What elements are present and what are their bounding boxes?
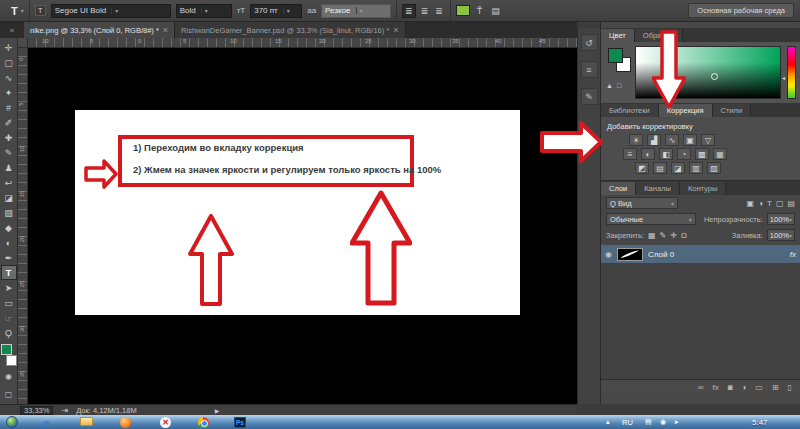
toolbar-collapse-icon[interactable]: » (0, 26, 24, 38)
tray-action-center-icon[interactable]: ▸ (675, 415, 679, 429)
lock-transparency-icon[interactable]: ▦ (648, 231, 656, 240)
blur-tool-icon[interactable]: ◆ (1, 220, 17, 235)
black-white-icon[interactable]: ◧ (659, 148, 673, 160)
brightness-contrast-icon[interactable]: ☀ (629, 134, 643, 146)
eraser-tool-icon[interactable]: ◪ (1, 190, 17, 205)
posterize-icon[interactable]: ▤ (653, 162, 667, 174)
magic-wand-tool-icon[interactable]: ✦ (1, 85, 17, 100)
invert-icon[interactable]: ◩ (635, 162, 649, 174)
rectangle-tool-icon[interactable]: ▭ (1, 295, 17, 310)
internet-explorer-icon[interactable]: e (40, 417, 52, 428)
document-tab-banner[interactable]: RishwanDeGamer_Banner.psd @ 33,3% (Sia_l… (175, 22, 405, 38)
history-brush-tool-icon[interactable]: ↩ (1, 175, 17, 190)
layer-row-selected[interactable]: ◉ Слой 0 fx (601, 245, 800, 263)
history-panel-icon[interactable]: ↺ (581, 34, 598, 51)
rectangular-marquee-tool-icon[interactable]: ▢ (1, 55, 17, 70)
color-picker-marker[interactable] (711, 73, 718, 80)
brush-tool-icon[interactable]: ✎ (1, 145, 17, 160)
pen-tool-icon[interactable]: ✒ (1, 250, 17, 265)
zoom-tool-icon[interactable]: Ϙ (1, 325, 17, 340)
add-swatch-icon[interactable]: □ (617, 82, 621, 89)
gradient-tool-icon[interactable]: ▧ (1, 205, 17, 220)
background-color-swatch[interactable] (6, 355, 17, 366)
filter-smart-object-icon[interactable]: ▤ (787, 199, 795, 208)
crop-tool-icon[interactable]: # (1, 100, 17, 115)
new-group-icon[interactable]: ▭ (755, 383, 763, 392)
curves-icon[interactable]: ∿ (665, 134, 679, 146)
tab-styles[interactable]: Стили (713, 104, 752, 117)
clock[interactable]: 5:47 (752, 415, 768, 429)
gradient-map-icon[interactable]: ▥ (689, 162, 703, 174)
orange-app-icon[interactable] (120, 417, 131, 428)
healing-brush-tool-icon[interactable]: ✚ (1, 130, 17, 145)
photoshop-taskbar-icon[interactable]: Ps (234, 417, 246, 428)
layer-name[interactable]: Слой 0 (648, 250, 785, 259)
new-adjustment-layer-icon[interactable]: ◑ (741, 383, 746, 392)
tool-preset-dropdown-icon[interactable]: ▾ (21, 7, 24, 14)
font-size-select[interactable]: 370 пт ▾ (250, 4, 302, 18)
anti-alias-select[interactable]: Резкое ▾ (321, 4, 391, 18)
filter-shape-icon[interactable]: ▢ (776, 199, 784, 208)
tray-volume-icon[interactable]: ◉ (660, 415, 666, 429)
workspace-switcher-button[interactable]: Основная рабочая среда (688, 3, 794, 18)
path-selection-tool-icon[interactable]: ➤ (1, 280, 17, 295)
tab-channels[interactable]: Каналы (636, 182, 680, 195)
lasso-tool-icon[interactable]: ∿ (1, 70, 17, 85)
new-layer-icon[interactable]: ⊞ (772, 383, 779, 392)
layer-mask-icon[interactable]: ◙ (728, 383, 733, 392)
layer-filter-select[interactable]: Ϙ Вид ▾ (606, 197, 678, 209)
export-icon[interactable]: ⇥ (61, 406, 68, 415)
eyedropper-tool-icon[interactable]: ✐ (1, 115, 17, 130)
selective-color-icon[interactable]: ▨ (707, 162, 721, 174)
filter-type-icon[interactable]: T (767, 199, 772, 208)
properties-panel-icon[interactable]: ≡ (581, 61, 598, 78)
channel-mixer-icon[interactable]: ▩ (695, 148, 709, 160)
layer-style-icon[interactable]: fx (712, 383, 718, 392)
clone-stamp-tool-icon[interactable]: ♟ (1, 160, 17, 175)
align-left-icon[interactable]: ≣ (402, 4, 416, 18)
document-tab-nike[interactable]: nike.png @ 33,3% (Слой 0, RGB/8#) * × (24, 22, 175, 38)
blend-mode-select[interactable]: Обычные ▾ (606, 213, 696, 225)
vibrance-icon[interactable]: ▽ (701, 134, 715, 146)
screen-mode-icon[interactable]: ▢ (1, 387, 17, 402)
tab-color[interactable]: Цвет (601, 29, 635, 42)
color-balance-icon[interactable]: ◐ (641, 148, 655, 160)
close-x-app-icon[interactable]: ✕ (160, 417, 171, 428)
font-style-select[interactable]: Bold ▾ (176, 4, 232, 18)
start-button[interactable] (6, 416, 18, 428)
fill-value[interactable]: 100% ▾ (767, 229, 795, 241)
dodge-tool-icon[interactable]: ◐ (1, 235, 17, 250)
hue-slider[interactable] (787, 46, 796, 99)
font-family-select[interactable]: Segoe UI Bold ▾ (51, 4, 171, 18)
tab-libraries[interactable]: Библиотеки (601, 104, 659, 117)
hue-slider-marker[interactable]: ◂ (782, 74, 785, 81)
tab-layers[interactable]: Слои (601, 182, 636, 195)
delete-layer-icon[interactable]: ▯ (788, 383, 792, 392)
exposure-icon[interactable]: ▣ (683, 134, 697, 146)
hand-tool-icon[interactable]: ☞ (1, 310, 17, 325)
opacity-value[interactable]: 100% ▾ (767, 213, 795, 225)
close-tab-icon[interactable]: × (393, 25, 398, 35)
tab-paths[interactable]: Контуры (680, 182, 726, 195)
lock-all-icon[interactable]: Ω (681, 231, 687, 240)
move-tool-icon[interactable]: ✛ (1, 40, 17, 55)
align-center-icon[interactable]: ≣ (419, 5, 431, 17)
layer-thumbnail[interactable] (617, 248, 643, 261)
visibility-eye-icon[interactable]: ◉ (605, 250, 612, 259)
lock-pixels-icon[interactable]: ✎ (660, 231, 667, 240)
foreground-color-swatch[interactable] (1, 344, 12, 355)
type-tool-icon[interactable]: T (1, 265, 17, 280)
hue-saturation-icon[interactable]: ≡ (623, 148, 637, 160)
threshold-icon[interactable]: ◪ (671, 162, 685, 174)
link-layers-icon[interactable]: ∞ (698, 383, 704, 392)
text-color-swatch[interactable] (456, 5, 470, 16)
layer-fx-badge[interactable]: fx (790, 250, 796, 259)
warp-text-icon[interactable]: T̃ (475, 5, 485, 17)
language-indicator[interactable]: RU (622, 415, 633, 429)
tray-network-icon[interactable]: ▤ (645, 415, 652, 429)
align-right-icon[interactable]: ≣ (433, 5, 445, 17)
zoom-level-field[interactable]: 33,33% (20, 406, 53, 415)
tool-preset-group[interactable]: T ▾ (6, 0, 30, 21)
close-tab-icon[interactable]: × (163, 25, 168, 35)
quick-mask-icon[interactable]: ◉ (1, 369, 17, 384)
